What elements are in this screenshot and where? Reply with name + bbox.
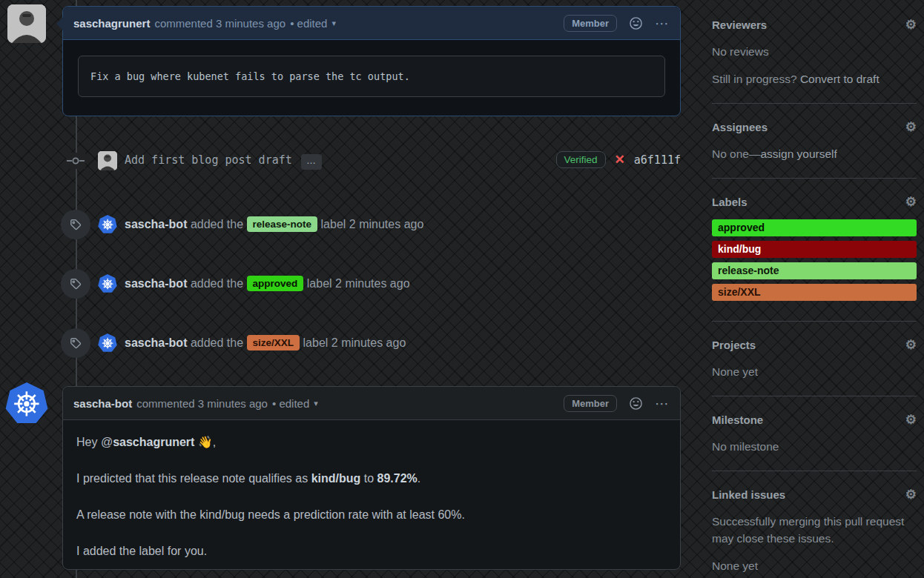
wave-emoji: 👋 (198, 436, 213, 448)
bot-avatar[interactable] (98, 274, 117, 293)
commit-row: Add first blog post draft … Verified ✕ a… (62, 151, 681, 172)
kebab-menu-icon[interactable]: ⋯ (655, 16, 670, 30)
comment-edited-label: • edited (272, 397, 309, 410)
event-suffix: label 2 minutes ago (307, 277, 410, 290)
event-suffix: label 2 minutes ago (321, 218, 424, 230)
tag-icon (61, 210, 90, 239)
section-title: Milestone (712, 413, 763, 426)
label-event-text: sascha-bot added the approved label 2 mi… (125, 269, 410, 299)
comment-edited-label: • edited (290, 17, 327, 30)
sidebar-section-assignees: Assignees⚙ No one—assign yourself (712, 119, 917, 179)
chevron-down-icon[interactable]: ▾ (331, 19, 336, 28)
comment-header: saschagrunert commented 3 minutes ago • … (63, 7, 680, 40)
sidebar-label-release-note[interactable]: release-note (712, 262, 917, 279)
no-assignee-text: No one— (712, 147, 760, 160)
section-title: Labels (712, 196, 748, 208)
avatar-sascha-bot[interactable] (5, 382, 48, 425)
comment-timestamp: commented 3 minutes ago (154, 17, 286, 30)
comment-paragraph: I added the label for you. (76, 542, 667, 560)
comment-paragraph: A release note with the kind/bug needs a… (76, 506, 667, 524)
commit-expand-button[interactable]: … (301, 154, 322, 170)
linked-issues-desc: Successfully merging this pull request m… (712, 513, 917, 547)
comment-sascha-bot: sascha-bot commented 3 minutes ago • edi… (62, 386, 681, 570)
text: to (360, 472, 377, 485)
text: , (213, 436, 216, 448)
gear-icon[interactable]: ⚙ (905, 337, 917, 353)
member-badge: Member (564, 15, 617, 32)
bold-text: kind/bug (311, 472, 361, 485)
event-action: added the (191, 336, 243, 349)
comment-timestamp: commented 3 minutes ago (136, 397, 268, 410)
label-chip[interactable]: approved (247, 276, 304, 291)
tag-icon (61, 328, 90, 358)
label-event-text: sascha-bot added the release-note label … (125, 210, 423, 239)
actor-link[interactable]: sascha-bot (125, 218, 187, 230)
sidebar-label-size-xxl[interactable]: size/XXL (712, 284, 917, 301)
section-title: Linked issues (712, 488, 785, 501)
bot-avatar[interactable] (98, 215, 117, 234)
avatar-saschagrunert[interactable] (7, 4, 46, 43)
bot-avatar[interactable] (98, 333, 117, 353)
section-title: Assignees (712, 121, 768, 133)
event-suffix: label 2 minutes ago (303, 336, 406, 349)
gear-icon[interactable]: ⚙ (905, 119, 917, 135)
mention-link[interactable]: saschagrunert (113, 436, 194, 448)
comment-header: sascha-bot commented 3 minutes ago • edi… (63, 387, 680, 420)
tag-icon (61, 269, 90, 299)
comment-body: Hey @saschagrunert 👋, I predicted that t… (63, 420, 680, 570)
kubernetes-wheel-icon (11, 388, 42, 419)
sidebar-section-projects: Projects⚙ None yet (712, 337, 917, 396)
gear-icon[interactable]: ⚙ (905, 487, 917, 502)
comment-paragraph: I predicted that this release note quali… (76, 470, 667, 488)
gear-icon[interactable]: ⚙ (905, 412, 917, 428)
sidebar-label-kind-bug[interactable]: kind/bug (712, 241, 917, 258)
convert-to-draft-link[interactable]: Convert to draft (800, 73, 880, 85)
commit-sha-link[interactable]: a6f111f (634, 153, 681, 167)
comment-saschagrunert: saschagrunert commented 3 minutes ago • … (62, 6, 681, 116)
sidebar-section-milestone: Milestone⚙ No milestone (712, 412, 917, 471)
sidebar-label-approved[interactable]: approved (712, 219, 917, 236)
comment-paragraph: Hey @saschagrunert 👋, (76, 434, 667, 451)
event-action: added the (191, 277, 243, 290)
section-title: Projects (712, 339, 756, 351)
smiley-icon (629, 396, 643, 411)
git-commit-icon (66, 153, 85, 169)
member-badge: Member (564, 395, 617, 412)
verified-badge[interactable]: Verified (556, 151, 606, 168)
pr-conversation-page: saschagrunert commented 3 minutes ago • … (0, 0, 924, 578)
kebab-menu-icon[interactable]: ⋯ (655, 396, 670, 411)
text: Hey @ (76, 436, 113, 448)
add-reaction-button[interactable] (629, 396, 643, 411)
label-event-text: sascha-bot added the size/XXL label 2 mi… (125, 328, 406, 358)
sidebar-section-labels: Labels⚙ approved kind/bug release-note s… (712, 194, 917, 322)
commit-author-avatar[interactable] (98, 151, 117, 170)
smiley-icon (629, 16, 643, 30)
comment-author-link[interactable]: sascha-bot (73, 397, 132, 410)
status-failed-x-icon[interactable]: ✕ (615, 152, 625, 167)
gear-icon[interactable]: ⚙ (905, 17, 917, 33)
no-reviews-text: No reviews (712, 43, 917, 60)
actor-link[interactable]: sascha-bot (125, 277, 187, 290)
sidebar-section-linked-issues: Linked issues⚙ Successfully merging this… (712, 487, 917, 578)
actor-link[interactable]: sascha-bot (125, 336, 187, 349)
code-block: Fix a bug where kubenet fails to parse t… (78, 56, 665, 97)
assign-yourself-link[interactable]: assign yourself (760, 147, 836, 160)
label-chip[interactable]: size/XXL (247, 335, 300, 351)
commit-message-link[interactable]: Add first blog post draft (125, 153, 292, 167)
chevron-down-icon[interactable]: ▾ (314, 399, 318, 408)
bold-text: 89.72% (377, 472, 418, 485)
no-projects-text: None yet (712, 363, 917, 380)
comment-author-link[interactable]: saschagrunert (73, 17, 150, 30)
text: I predicted that this release note quali… (76, 472, 311, 485)
no-linked-issues-text: None yet (712, 557, 917, 574)
label-event-row: sascha-bot added the size/XXL label 2 mi… (62, 328, 681, 358)
add-reaction-button[interactable] (629, 16, 643, 30)
person-photo-icon (98, 151, 117, 170)
comment-body: Fix a bug where kubenet fails to parse t… (63, 40, 680, 113)
section-title: Reviewers (712, 19, 767, 31)
person-photo-icon (7, 4, 46, 43)
sidebar-section-reviewers: Reviewers⚙ No reviews Still in progress?… (712, 17, 917, 104)
text: . (418, 472, 420, 485)
gear-icon[interactable]: ⚙ (905, 194, 917, 210)
label-chip[interactable]: release-note (247, 216, 318, 232)
